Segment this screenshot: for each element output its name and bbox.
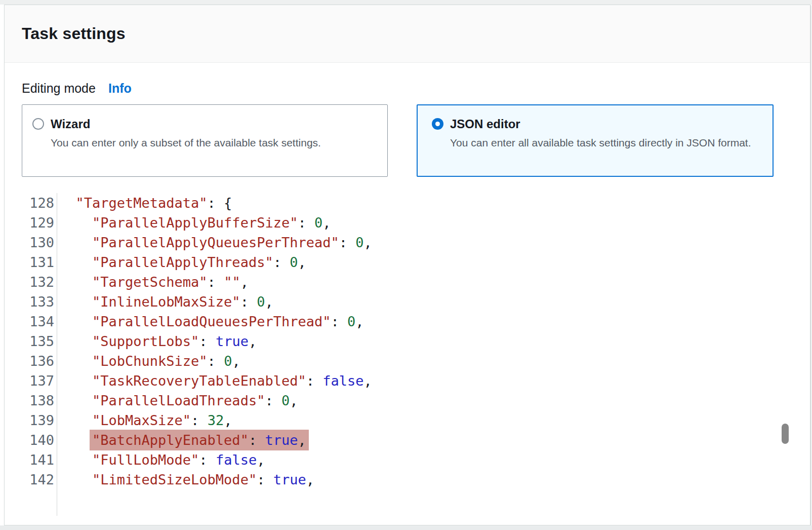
editing-mode-row: Editing mode Info [22,81,810,96]
line-number: 140 [22,430,54,450]
code-text: "FullLobMode": false, [54,450,265,470]
code-text: "LobChunkSize": 0, [54,351,240,371]
code-text: "TargetSchema": "", [54,272,249,292]
radio-unselected-icon[interactable] [32,118,44,130]
page-title: Task settings [22,24,126,43]
line-number: 136 [22,351,54,371]
code-text: "LobMaxSize": 32, [54,410,232,430]
code-text: "TaskRecoveryTableEnabled": false, [54,371,372,391]
code-lines: 128 "TargetMetadata": {129 "ParallelAppl… [22,193,810,489]
info-link[interactable]: Info [108,81,132,96]
code-text: "ParallelLoadQueuesPerThread": 0, [54,312,363,331]
code-text: "ParallelLoadThreads": 0, [54,391,298,410]
code-text: "SupportLobs": true, [54,331,257,351]
code-text: "TargetMetadata": { [54,193,232,213]
code-line[interactable]: 136 "LobChunkSize": 0, [22,351,810,371]
line-number: 141 [22,450,54,470]
line-number: 135 [22,331,54,351]
code-text: "BatchApplyEnabled": true, [54,430,306,450]
code-line[interactable]: 135 "SupportLobs": true, [22,331,810,351]
wizard-option-card[interactable]: Wizard You can enter only a subset of th… [22,104,388,177]
code-line[interactable]: 133 "InlineLobMaxSize": 0, [22,292,810,312]
wizard-option-description: You can enter only a subset of the avail… [51,134,321,151]
code-line[interactable]: 139 "LobMaxSize": 32, [22,410,810,430]
code-line[interactable]: 134 "ParallelLoadQueuesPerThread": 0, [22,312,810,331]
panel-body: Editing mode Info Wizard You can enter o… [5,63,810,516]
line-number: 134 [22,312,54,331]
json-editor-option-texts: JSON editor You can enter all available … [450,117,751,151]
line-number: 133 [22,292,54,312]
line-number: 142 [22,470,54,489]
code-line[interactable]: 137 "TaskRecoveryTableEnabled": false, [22,371,810,391]
editing-mode-options: Wizard You can enter only a subset of th… [22,104,810,177]
wizard-option-title: Wizard [51,117,321,132]
radio-selected-icon[interactable] [432,118,443,130]
code-line[interactable]: 132 "TargetSchema": "", [22,272,810,292]
highlighted-code: "BatchApplyEnabled": true, [92,430,306,450]
code-line[interactable]: 131 "ParallelApplyThreads": 0, [22,252,810,272]
line-number: 139 [22,410,54,430]
line-number: 130 [22,233,54,252]
code-text: "ParallelApplyThreads": 0, [54,252,306,272]
code-text: "ParallelApplyQueuesPerThread": 0, [54,233,372,252]
code-text: "InlineLobMaxSize": 0, [54,292,273,312]
panel-header: Task settings [5,5,810,63]
editing-mode-label: Editing mode [22,81,96,96]
line-number: 132 [22,272,54,292]
scrollbar-thumb[interactable] [782,424,789,444]
code-line[interactable]: 142 "LimitedSizeLobMode": true, [22,470,810,489]
code-line[interactable]: 138 "ParallelLoadThreads": 0, [22,391,810,410]
json-editor-option-title: JSON editor [450,117,751,132]
code-text: "LimitedSizeLobMode": true, [54,470,314,489]
line-number: 131 [22,252,54,272]
json-code-editor[interactable]: 128 "TargetMetadata": {129 "ParallelAppl… [22,193,810,516]
line-number: 128 [22,193,54,213]
task-settings-panel: Task settings Editing mode Info Wizard Y… [4,5,810,525]
json-editor-option-description: You can enter all available task setting… [450,134,751,151]
code-line[interactable]: 141 "FullLobMode": false, [22,450,810,470]
code-line[interactable]: 128 "TargetMetadata": { [22,193,810,213]
line-number: 129 [22,213,54,233]
wizard-option-texts: Wizard You can enter only a subset of th… [51,117,321,151]
code-line[interactable]: 140 "BatchApplyEnabled": true, [22,430,810,450]
code-line[interactable]: 129 "ParallelApplyBufferSize": 0, [22,213,810,233]
code-line[interactable]: 130 "ParallelApplyQueuesPerThread": 0, [22,233,810,252]
line-number: 138 [22,391,54,410]
json-editor-option-card[interactable]: JSON editor You can enter all available … [417,104,774,177]
page-top-strip [0,0,812,5]
page-bottom-strip [0,525,812,530]
code-text: "ParallelApplyBufferSize": 0, [54,213,331,233]
line-number: 137 [22,371,54,391]
